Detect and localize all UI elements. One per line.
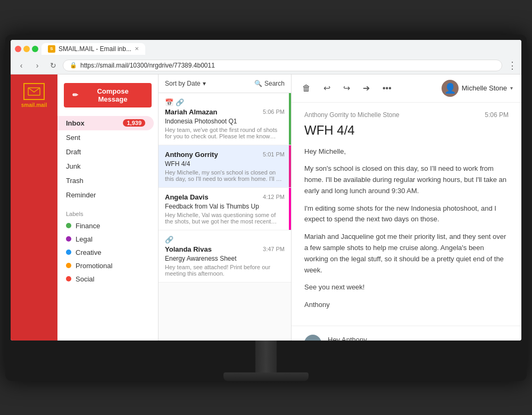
body-p3: Mariah and Jacqueline got me their prior… xyxy=(304,231,509,276)
email-time-0: 5:06 PM xyxy=(263,109,285,115)
email-body: Hey Michelle, My son's school is closed … xyxy=(304,146,509,311)
email-detail: 🗑 ↩ ↪ ➔ ••• 👤 Michelle Stone ▾ xyxy=(292,74,521,341)
delete-button[interactable]: 🗑 xyxy=(300,81,313,95)
social-dot xyxy=(66,276,71,281)
email-sender-2: Angela Davis xyxy=(165,193,209,201)
email-list-header: Sort by Date ▾ 🔍 Search xyxy=(159,74,291,93)
reload-button[interactable]: ↻ xyxy=(47,59,60,72)
junk-label: Junk xyxy=(66,162,80,170)
email-subject-2: Feedback from Val is Thumbs Up xyxy=(165,203,285,210)
browser-tab[interactable]: S SMAIL.MAIL - Email inb... ✕ xyxy=(41,43,145,55)
address-bar[interactable]: 🔒 https://smail.mail/10300/nrgdrive/7738… xyxy=(63,60,502,71)
user-dropdown-icon: ▾ xyxy=(510,85,513,91)
user-profile[interactable]: 👤 Michelle Stone ▾ xyxy=(442,80,513,97)
email-preview-2: Hey Michelle, Val was questioning some o… xyxy=(165,212,285,225)
email-item-3[interactable]: 🔗 Yolanda Rivas 3:47 PM Energy Awareness… xyxy=(159,230,291,283)
email-toolbar: 🗑 ↩ ↪ ➔ ••• 👤 Michelle Stone ▾ xyxy=(292,74,521,103)
logo-icon xyxy=(23,83,45,100)
email-stripe-0 xyxy=(289,93,291,145)
email-sender-0: Mariah Almazan xyxy=(165,108,218,116)
nav-item-reminder[interactable]: Reminder xyxy=(57,188,154,202)
creative-label: Creative xyxy=(76,248,101,256)
tab-favicon: S xyxy=(48,45,55,53)
nav-item-inbox[interactable]: Inbox 1,939 xyxy=(57,116,154,130)
email-subject-3: Energy Awareness Sheet xyxy=(165,255,285,262)
email-time-3: 3:47 PM xyxy=(263,246,285,252)
email-sender-1: Anthony Gorrity xyxy=(165,151,218,159)
reply-all-button[interactable]: ↪ xyxy=(341,81,352,95)
calendar-icon: 📅 xyxy=(165,98,173,106)
reply-button[interactable]: ↩ xyxy=(321,81,332,95)
nav-item-junk[interactable]: Junk xyxy=(57,159,154,173)
email-detail-time: 5:06 PM xyxy=(485,111,509,119)
search-button[interactable]: 🔍 Search xyxy=(254,80,285,87)
email-item-2[interactable]: Angela Davis 4:12 PM Feedback from Val i… xyxy=(159,188,291,230)
social-label: Social xyxy=(76,275,94,283)
tab-close-btn[interactable]: ✕ xyxy=(135,46,139,52)
search-icon: 🔍 xyxy=(254,80,262,87)
label-creative[interactable]: Creative xyxy=(57,246,158,259)
compose-label: Compose Message xyxy=(82,87,143,103)
reply-avatar: A xyxy=(304,335,321,340)
email-stripe-1 xyxy=(289,145,291,187)
label-legal[interactable]: Legal xyxy=(57,233,158,246)
email-stripe-2 xyxy=(289,188,291,230)
email-subject-0: Indonesia Photoshoot Q1 xyxy=(165,118,285,125)
browser-more-btn[interactable]: ⋮ xyxy=(508,60,517,71)
inbox-label: Inbox xyxy=(66,119,85,127)
monitor-stand xyxy=(11,341,521,381)
reminder-label: Reminder xyxy=(66,191,96,199)
label-social[interactable]: Social xyxy=(57,272,158,286)
nav-item-trash[interactable]: Trash xyxy=(57,173,154,188)
body-p5: Anthony xyxy=(304,300,509,311)
sent-label: Sent xyxy=(66,134,80,142)
link-icon: 🔗 xyxy=(176,98,184,106)
labels-title: Labels xyxy=(57,209,158,219)
mail-nav: ✏ Compose Message Inbox 1,939 Sent Draft… xyxy=(57,74,159,341)
nav-item-draft[interactable]: Draft xyxy=(57,145,154,159)
logo-text: smail.mail xyxy=(21,102,47,108)
inbox-badge: 1,939 xyxy=(123,119,145,127)
email-preview-0: Hey team, we've got the first round of s… xyxy=(165,127,285,139)
search-label: Search xyxy=(264,80,285,87)
reply-body: Hey Anthony, Family first! Make sure you… xyxy=(328,335,509,340)
forward-button[interactable]: › xyxy=(31,59,44,72)
labels-section: Labels Finance Legal Creative xyxy=(57,209,158,286)
email-meta: Anthony Gorrity to Michelle Stone xyxy=(304,111,400,119)
url-text: https://smail.mail/10300/nrgdrive/77389.… xyxy=(80,62,215,69)
legal-dot xyxy=(66,236,71,242)
avatar: 👤 xyxy=(442,80,459,97)
compose-icon: ✏ xyxy=(72,91,78,99)
email-item-0[interactable]: 📅 🔗 Mariah Almazan 5:06 PM Indonesia Pho… xyxy=(159,93,291,145)
body-p2: I'm editing some shots for the new Indon… xyxy=(304,203,509,226)
legal-label: Legal xyxy=(76,235,93,243)
body-p0: Hey Michelle, xyxy=(304,146,509,157)
link-icon-2: 🔗 xyxy=(165,236,173,244)
email-time-1: 5:01 PM xyxy=(263,151,285,157)
sidebar: smail.mail xyxy=(11,74,57,341)
sort-button[interactable]: Sort by Date ▾ xyxy=(165,80,206,87)
forward-button[interactable]: ➔ xyxy=(361,81,372,95)
label-finance[interactable]: Finance xyxy=(57,219,158,233)
nav-item-sent[interactable]: Sent xyxy=(57,130,154,145)
email-list: Sort by Date ▾ 🔍 Search 📅 🔗 Mar xyxy=(159,74,292,341)
body-p1: My son's school is closed on this day, s… xyxy=(304,163,509,196)
sort-chevron-icon: ▾ xyxy=(203,80,206,87)
reply-initials: A xyxy=(310,339,315,341)
window-maximize[interactable] xyxy=(32,46,38,52)
back-button[interactable]: ‹ xyxy=(15,59,28,72)
window-close[interactable] xyxy=(15,46,21,52)
label-promotional[interactable]: Promotional xyxy=(57,259,158,272)
finance-label: Finance xyxy=(76,222,100,230)
email-item-1[interactable]: Anthony Gorrity 5:01 PM WFH 4/4 Hey Mich… xyxy=(159,145,291,188)
sort-label: Sort by Date xyxy=(165,80,201,87)
user-name: Michelle Stone xyxy=(462,84,507,92)
window-minimize[interactable] xyxy=(23,46,30,52)
trash-label: Trash xyxy=(66,177,84,185)
email-content: Anthony Gorrity to Michelle Stone 5:06 P… xyxy=(292,103,521,327)
email-subject-1: WFH 4/4 xyxy=(165,160,285,168)
more-button[interactable]: ••• xyxy=(380,81,394,95)
compose-button[interactable]: ✏ Compose Message xyxy=(64,83,152,107)
reply-p0: Hey Anthony, xyxy=(328,335,509,340)
creative-dot xyxy=(66,250,71,255)
